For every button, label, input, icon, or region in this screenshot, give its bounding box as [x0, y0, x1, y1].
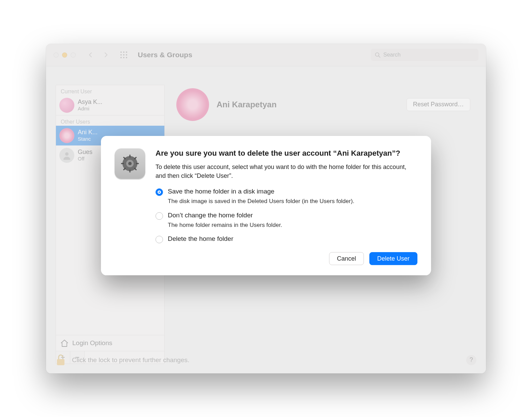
- minimize-window-button[interactable]: [62, 52, 67, 58]
- user-full-name: Ani Karapetyan: [217, 100, 399, 109]
- svg-rect-12: [57, 359, 64, 365]
- user-role: Admi: [78, 106, 102, 111]
- delete-user-button[interactable]: Delete User: [369, 252, 417, 265]
- system-preferences-window: Users & Groups Current User Asya K... Ad…: [46, 44, 486, 373]
- user-role: Stanc: [78, 136, 98, 142]
- user-role: Off: [78, 156, 92, 161]
- user-name: Gues: [78, 149, 92, 156]
- dialog-subtitle: To delete this user account, select what…: [156, 163, 417, 180]
- radio-icon[interactable]: [156, 212, 163, 220]
- option-description: The disk image is saved in the Deleted U…: [168, 197, 354, 205]
- dialog-body: Are you sure you want to delete the user…: [156, 148, 417, 265]
- svg-point-1: [123, 51, 124, 53]
- svg-line-18: [123, 157, 125, 159]
- user-header: Ani Karapetyan Reset Password…: [170, 85, 476, 124]
- svg-point-23: [128, 162, 132, 165]
- search-input[interactable]: [383, 51, 474, 58]
- close-window-button[interactable]: [54, 52, 59, 58]
- svg-point-0: [120, 51, 122, 53]
- current-user-row[interactable]: Asya K... Admi: [56, 95, 164, 115]
- option-label: Don’t change the home folder: [168, 212, 282, 219]
- user-name: Asya K...: [78, 99, 102, 106]
- nav-arrows: [88, 52, 108, 58]
- option-label: Delete the home folder: [168, 235, 233, 243]
- svg-line-20: [134, 157, 136, 159]
- maximize-window-button[interactable]: [71, 52, 76, 58]
- window-title: Users & Groups: [138, 51, 367, 59]
- svg-point-6: [120, 57, 122, 58]
- unlocked-lock-icon[interactable]: [56, 354, 66, 367]
- house-icon: [60, 339, 69, 348]
- lock-text: Click the lock to prevent further change…: [72, 356, 189, 364]
- search-icon: [375, 52, 381, 58]
- search-field[interactable]: [371, 49, 478, 61]
- avatar: [59, 128, 74, 143]
- radio-icon[interactable]: [156, 236, 163, 244]
- svg-point-3: [120, 54, 122, 56]
- delete-user-dialog: Are you sure you want to delete the user…: [101, 136, 431, 275]
- user-avatar-large[interactable]: [176, 88, 209, 121]
- user-name: Ani K...: [78, 129, 98, 136]
- home-folder-options: Save the home folder in a disk image The…: [156, 188, 417, 244]
- dialog-title: Are you sure you want to delete the user…: [156, 148, 417, 158]
- person-icon: [62, 151, 71, 160]
- forward-button[interactable]: [103, 52, 108, 58]
- svg-point-5: [126, 54, 127, 56]
- login-options-label: Login Options: [72, 339, 112, 347]
- titlebar: Users & Groups: [46, 44, 486, 66]
- reset-password-button[interactable]: Reset Password…: [407, 98, 470, 111]
- option-dont-change[interactable]: Don’t change the home folder The home fo…: [156, 212, 417, 229]
- radio-icon[interactable]: [156, 188, 163, 196]
- svg-point-7: [123, 57, 124, 58]
- svg-line-10: [379, 56, 380, 57]
- current-user-section-label: Current User: [56, 85, 164, 95]
- svg-point-2: [126, 51, 127, 53]
- system-preferences-icon: [115, 148, 145, 179]
- svg-point-8: [126, 57, 127, 58]
- show-all-icon[interactable]: [120, 51, 128, 59]
- avatar: [59, 98, 74, 113]
- lock-row: Click the lock to prevent further change…: [56, 354, 476, 367]
- avatar: [59, 148, 74, 163]
- option-label: Save the home folder in a disk image: [168, 188, 354, 195]
- option-save-disk-image[interactable]: Save the home folder in a disk image The…: [156, 188, 417, 205]
- svg-point-4: [123, 54, 124, 56]
- window-controls: [54, 52, 76, 58]
- svg-line-19: [134, 168, 136, 170]
- dialog-actions: Cancel Delete User: [156, 252, 417, 265]
- option-delete-folder[interactable]: Delete the home folder: [156, 235, 417, 244]
- svg-line-21: [123, 168, 125, 170]
- help-button[interactable]: ?: [466, 355, 476, 365]
- login-options-row[interactable]: Login Options: [56, 335, 164, 351]
- cancel-button[interactable]: Cancel: [329, 252, 364, 265]
- other-users-section-label: Other Users: [56, 115, 164, 126]
- svg-point-11: [65, 152, 69, 156]
- back-button[interactable]: [88, 52, 93, 58]
- option-description: The home folder remains in the Users fol…: [168, 221, 282, 229]
